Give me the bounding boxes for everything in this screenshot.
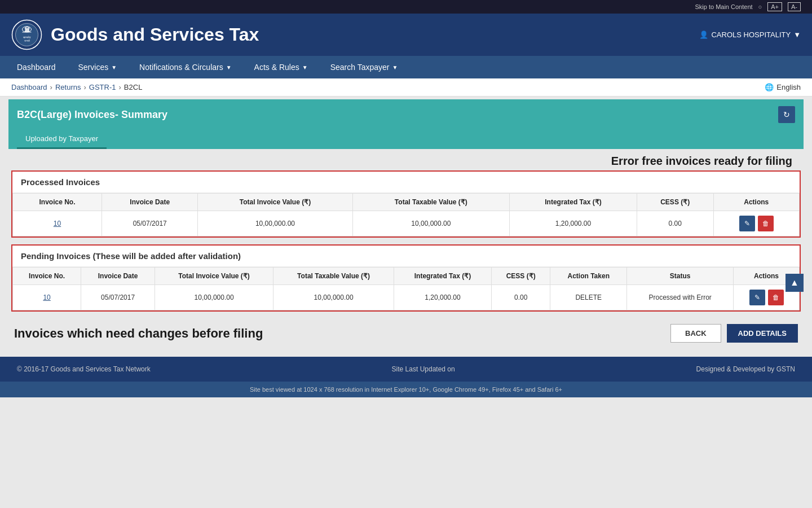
edit-button-processed-0[interactable]: ✎: [739, 216, 755, 231]
breadcrumb-sep-1: ›: [50, 83, 52, 91]
processed-invoices-title: Processed Invoices: [12, 172, 800, 193]
language-label: English: [776, 83, 801, 91]
processed-invoice-date-0: 05/07/2017: [102, 211, 198, 237]
col-p-invoice-date: Invoice Date: [81, 268, 155, 285]
processed-integrated-tax-0: 1,20,000.00: [510, 211, 637, 237]
col-total-taxable-value: Total Taxable Value (₹): [352, 194, 510, 211]
scroll-top-button[interactable]: ▲: [785, 274, 804, 292]
contrast-icon[interactable]: ○: [758, 3, 762, 10]
accessibility-bar: Skip to Main Content ○ A+ A-: [0, 0, 812, 14]
nav-label-search-taxpayer: Search Taxpayer: [330, 63, 390, 72]
skip-link[interactable]: Skip to Main Content: [695, 3, 752, 10]
col-p-total-invoice-value: Total Invoice Value (₹): [155, 268, 273, 285]
processed-total-taxable-0: 10,00,000.00: [352, 211, 510, 237]
error-free-banner: Error free invoices ready for filing: [8, 149, 804, 170]
back-button[interactable]: BACK: [670, 324, 721, 343]
breadcrumb-sep-2: ›: [83, 83, 86, 91]
table-row: 10 05/07/2017 10,00,000.00 10,00,000.00 …: [13, 285, 800, 310]
col-invoice-date: Invoice Date: [102, 194, 198, 211]
pending-invoices-header-row: Invoice No. Invoice Date Total Invoice V…: [13, 268, 800, 285]
col-p-cess: CESS (₹): [492, 268, 550, 285]
footer-last-updated: Site Last Updated on: [392, 365, 455, 373]
col-integrated-tax: Integrated Tax (₹): [510, 194, 637, 211]
pencil-icon-pending: ✎: [754, 294, 760, 301]
nav-item-notifications[interactable]: Notifications & Circulars ▼: [128, 56, 243, 78]
col-invoice-no: Invoice No.: [13, 194, 102, 211]
pending-invoice-no-0[interactable]: 10: [13, 285, 81, 310]
tables-section: Processed Invoices Invoice No. Invoice D…: [8, 170, 804, 348]
nav-item-acts[interactable]: Acts & Rules ▼: [243, 56, 319, 78]
delete-button-processed-0[interactable]: 🗑: [758, 216, 774, 231]
nav-item-services[interactable]: Services ▼: [67, 56, 129, 78]
government-emblem: 🏛 सत्यमेव जयते: [11, 19, 42, 50]
language-selector[interactable]: 🌐 English: [765, 83, 801, 91]
need-changes-section: Invoices which need changes before filin…: [11, 318, 801, 348]
breadcrumb: Dashboard › Returns › GSTR-1 › B2CL: [11, 83, 142, 91]
breadcrumb-current: B2CL: [124, 83, 143, 91]
breadcrumb-bar: Dashboard › Returns › GSTR-1 › B2CL 🌐 En…: [0, 78, 812, 97]
processed-total-invoice-0: 10,00,000.00: [198, 211, 352, 237]
col-p-action-taken: Action Taken: [550, 268, 627, 285]
footer-developed-by: Designed & Developed by GSTN: [696, 365, 795, 373]
pending-invoices-box: Pending Invoices (These will be added af…: [11, 244, 801, 312]
user-name: CAROLS HOSPITALITY: [711, 30, 791, 39]
pending-action-taken-0: DELETE: [550, 285, 627, 310]
site-title: Goods and Services Tax: [51, 24, 259, 45]
need-changes-text: Invoices which need changes before filin…: [14, 326, 263, 341]
nav-label-services: Services: [78, 63, 109, 72]
pending-invoices-title: Pending Invoices (These will be added af…: [12, 246, 800, 267]
user-caret-icon: ▼: [793, 30, 801, 39]
tab-uploaded-by-taxpayer[interactable]: Uploaded by Taxpayer: [17, 130, 107, 149]
delete-button-pending-0[interactable]: 🗑: [768, 290, 784, 305]
breadcrumb-returns[interactable]: Returns: [55, 83, 81, 91]
a-plus-button[interactable]: A+: [767, 2, 782, 11]
table-row: 10 05/07/2017 10,00,000.00 10,00,000.00 …: [13, 211, 800, 237]
pencil-icon: ✎: [744, 220, 750, 227]
header-logo-area: 🏛 सत्यमेव जयते Goods and Services Tax: [11, 19, 259, 50]
footer-browser-note: Site best viewed at 1024 x 768 resolutio…: [250, 386, 562, 393]
pending-cess-0: 0.00: [492, 285, 550, 310]
col-p-status: Status: [627, 268, 734, 285]
pending-invoices-table: Invoice No. Invoice Date Total Invoice V…: [12, 267, 800, 310]
user-icon: 👤: [699, 30, 708, 39]
col-actions: Actions: [713, 194, 799, 211]
col-cess: CESS (₹): [637, 194, 713, 211]
refresh-button[interactable]: ↻: [778, 106, 795, 123]
user-menu[interactable]: 👤 CAROLS HOSPITALITY ▼: [699, 30, 801, 39]
breadcrumb-dashboard[interactable]: Dashboard: [11, 83, 47, 91]
a-minus-button[interactable]: A-: [788, 2, 801, 11]
trash-icon-pending: 🗑: [773, 294, 779, 301]
nav-caret-notifications: ▼: [226, 64, 232, 71]
processed-cess-0: 0.00: [637, 211, 713, 237]
processed-actions-0: ✎ 🗑: [713, 211, 799, 237]
nav-caret-services: ▼: [111, 64, 117, 71]
add-details-button[interactable]: ADD DETAILS: [727, 324, 798, 343]
nav-item-search-taxpayer[interactable]: Search Taxpayer ▼: [319, 56, 409, 78]
nav-label-dashboard: Dashboard: [17, 63, 56, 72]
refresh-icon: ↻: [783, 110, 790, 119]
trash-icon: 🗑: [762, 220, 769, 227]
summary-title: B2C(Large) Invoices- Summary: [17, 109, 167, 121]
main-content: B2C(Large) Invoices- Summary ↻ Uploaded …: [0, 99, 812, 357]
error-free-text: Error free invoices ready for filing: [20, 155, 792, 168]
col-p-total-taxable-value: Total Taxable Value (₹): [273, 268, 394, 285]
breadcrumb-gstr1[interactable]: GSTR-1: [89, 83, 116, 91]
tab-bar: Uploaded by Taxpayer: [8, 130, 804, 149]
pending-total-invoice-0: 10,00,000.00: [155, 285, 273, 310]
processed-invoice-no-0[interactable]: 10: [13, 211, 102, 237]
footer-main: © 2016-17 Goods and Services Tax Network…: [0, 357, 812, 382]
col-total-invoice-value: Total Invoice Value (₹): [198, 194, 352, 211]
nav-label-acts: Acts & Rules: [254, 63, 299, 72]
summary-header: B2C(Large) Invoices- Summary ↻: [8, 99, 804, 130]
main-nav: Dashboard Services ▼ Notifications & Cir…: [0, 56, 812, 78]
pending-total-taxable-0: 10,00,000.00: [273, 285, 394, 310]
pending-integrated-tax-0: 1,20,000.00: [394, 285, 491, 310]
nav-caret-search-taxpayer: ▼: [392, 64, 398, 71]
nav-item-dashboard[interactable]: Dashboard: [6, 56, 67, 78]
edit-button-pending-0[interactable]: ✎: [749, 290, 765, 305]
svg-text:जयते: जयते: [24, 39, 30, 42]
footer-bottom: Site best viewed at 1024 x 768 resolutio…: [0, 382, 812, 397]
action-buttons: BACK ADD DETAILS: [670, 324, 798, 343]
pending-invoice-date-0: 05/07/2017: [81, 285, 155, 310]
pending-status-0: Processed with Error: [627, 285, 734, 310]
